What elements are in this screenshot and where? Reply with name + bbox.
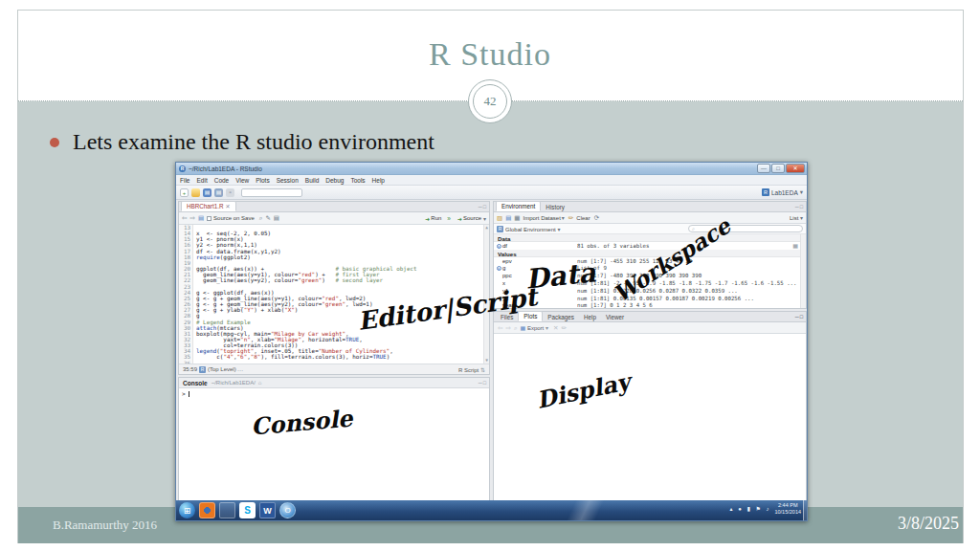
menu-build[interactable]: Build (305, 177, 319, 184)
console-minmax-icons[interactable]: ─□ (479, 380, 487, 386)
code-text[interactable]: x <- seq(-2, 2, 0.05)y1 <- pnorm(x)y2 <-… (193, 225, 483, 364)
environment-tabstrip: EnvironmentHistory─□ (494, 202, 806, 212)
view-data-grid-icon[interactable]: ▦ (792, 242, 798, 249)
taskbar-skype-icon[interactable]: S (239, 502, 256, 518)
scope-indicator[interactable]: (Top Level) (208, 366, 236, 372)
clear-button[interactable]: Clear (576, 215, 590, 221)
import-dropdown-icon[interactable]: ▾ (562, 214, 565, 221)
save-icon[interactable]: ▤ (203, 188, 212, 197)
export-button[interactable]: ▦ Export ▾ (521, 324, 548, 331)
maximize-button[interactable]: □ (771, 164, 785, 173)
environment-toolbar: ▨ ▤ ▦ Import Dataset ▾ ✏ Clear ⟳ List ▾ (494, 212, 806, 224)
run-button[interactable]: Run (431, 215, 441, 221)
load-workspace-icon[interactable]: ▨ (497, 214, 502, 222)
rerun-icon[interactable]: » (447, 215, 451, 222)
tab-help[interactable]: Help (579, 313, 601, 321)
refresh-icon[interactable]: ⟳ (594, 214, 599, 222)
taskbar-rstudio-icon[interactable]: O (279, 502, 296, 518)
env-row-x[interactable]: x num [1:81] -2 -1.95 -1.9 -1.85 -1.8 -1… (494, 279, 800, 287)
plot-forward-icon[interactable]: ⇨ (505, 324, 510, 332)
environment-scrollbar[interactable] (800, 234, 806, 308)
tab-plots[interactable]: Plots (518, 311, 543, 321)
forward-icon[interactable]: ⇨ (189, 214, 194, 222)
global-env-icon: R (497, 226, 503, 232)
menu-view[interactable]: View (235, 177, 249, 184)
zoom-plot-icon[interactable]: ⌕ (514, 324, 518, 332)
env-row-epv[interactable]: epv num [1:7] -455 310 255 129 83 43 12 (494, 257, 800, 265)
tab-close-icon[interactable]: ✕ (225, 203, 230, 209)
plots-minmax-icons[interactable]: ─□ (795, 314, 804, 320)
close-button[interactable]: ✕ (786, 164, 805, 173)
menu-session[interactable]: Session (277, 177, 299, 184)
env-row-y1[interactable]: y1 num [1:81] 0.0228 0.0256 0.0287 0.032… (494, 287, 800, 295)
tab-packages[interactable]: Packages (543, 313, 579, 321)
env-row-y2[interactable]: y2 num [1:81] 0.00135 0.00157 0.00187 0.… (494, 295, 800, 302)
expand-icon[interactable]: ▸ (497, 266, 501, 271)
pane-minmax-icons[interactable]: ─□ (479, 204, 487, 209)
print-icon[interactable]: ▫ (226, 188, 234, 197)
taskbar-firefox-icon[interactable] (199, 502, 215, 518)
taskbar-clock[interactable]: 2:44 PM 10/15/2014 (774, 502, 801, 515)
menu-edit[interactable]: Edit (196, 177, 207, 184)
env-row-g[interactable]: ▸ g List of 9 (494, 265, 800, 273)
import-dataset-icon: ▦ (514, 214, 520, 222)
project-menu-button[interactable]: R Lab1EDA ▾ (762, 188, 803, 196)
list-view-button[interactable]: List ▾ (790, 214, 803, 221)
file-type-indicator[interactable]: R Script ⇅ (458, 366, 485, 373)
rstudio-titlebar[interactable]: R ~/Rich/Lab1EDA - RStudio — □ ✕ (176, 163, 807, 175)
source-button[interactable]: Source (463, 215, 481, 221)
taskbar-documents-icon[interactable] (219, 502, 235, 518)
tray-icons[interactable]: ▴ ● ▮ ⚑ ♪ (729, 505, 770, 512)
env-minmax-icons[interactable]: ─□ (795, 204, 804, 209)
open-file-icon[interactable] (191, 188, 200, 197)
environment-search-input[interactable]: ⌕ (688, 225, 803, 232)
taskbar-word-icon[interactable]: W (259, 502, 276, 518)
console-title: Console (183, 380, 208, 386)
taskbar-start-icon[interactable]: ⊞ (179, 502, 195, 518)
global-env-selector[interactable]: Global Environment ▾ (505, 226, 560, 232)
find-icon[interactable]: ⌕ (259, 214, 263, 222)
save-workspace-icon[interactable]: ▤ (505, 214, 511, 222)
new-file-icon[interactable]: + (180, 188, 189, 197)
env-row-years[interactable]: years num [1:7] 0 1 2 3 4 5 6 (494, 302, 800, 308)
menu-code[interactable]: Code (214, 177, 230, 184)
system-tray: ▴ ● ▮ ⚑ ♪ 2:44 PM 10/15/2014 (729, 502, 801, 515)
editor-tab[interactable]: HBRChart1.R ✕ (181, 201, 236, 211)
menu-help[interactable]: Help (372, 177, 385, 184)
clear-plots-icon[interactable]: ✏ (561, 324, 566, 332)
save-all-icon[interactable]: ▤ (214, 188, 223, 197)
compile-notebook-icon[interactable]: ▤ (274, 214, 279, 222)
console-prompt: > (182, 390, 186, 397)
source-dropdown-icon[interactable]: ▾ (483, 215, 486, 222)
console-body[interactable]: > (179, 388, 489, 399)
import-dataset-button[interactable]: Import Dataset (523, 215, 560, 221)
menu-plots[interactable]: Plots (256, 177, 269, 184)
editor-scrollbar[interactable]: ▲▼ (483, 225, 489, 364)
minimize-button[interactable]: — (757, 164, 770, 173)
menu-tools[interactable]: Tools (350, 177, 365, 184)
tab-history[interactable]: History (541, 203, 569, 211)
code-tools-icon[interactable]: ✎ (265, 214, 270, 222)
env-row-ppc[interactable]: ppc num [1:7] -480 390 390 390 390 390 3… (494, 272, 800, 279)
bullet-icon (50, 138, 59, 147)
goto-file-search-input[interactable] (241, 188, 302, 197)
remove-plot-icon[interactable]: ✕ (553, 324, 558, 332)
plots-toolbar: ⇦ ⇨ ⌕ ▦ Export ▾ ✕ ✏ ─□ (494, 322, 806, 334)
tab-viewer[interactable]: Viewer (601, 313, 629, 321)
env-row-df[interactable]: ▸ df 81 obs. of 3 variables ▦ (494, 242, 800, 250)
back-icon[interactable]: ⇦ (182, 214, 187, 222)
expand-icon[interactable]: ▸ (497, 244, 501, 249)
console-home-icon[interactable]: ⌂ (258, 380, 262, 386)
tab-files[interactable]: Files (496, 313, 518, 321)
menu-file[interactable]: File (180, 177, 189, 184)
environment-pane: EnvironmentHistory─□ ▨ ▤ ▦ Import Datase… (493, 201, 807, 309)
menu-debug[interactable]: Debug (325, 177, 344, 184)
show-desktop-button[interactable] (803, 500, 807, 520)
plot-back-icon[interactable]: ⇦ (498, 324, 502, 332)
save-file-icon[interactable]: ▤ (198, 214, 204, 222)
source-on-save-checkbox[interactable] (207, 216, 212, 221)
tab-environment[interactable]: Environment (496, 201, 541, 211)
line-number-gutter: 1314151617181920212223242526272829303132… (179, 225, 193, 364)
code-editor[interactable]: 1314151617181920212223242526272829303132… (179, 225, 489, 364)
editor-statusbar: 35:59 R (Top Level) ⋯ R Script ⇅ (179, 364, 489, 374)
